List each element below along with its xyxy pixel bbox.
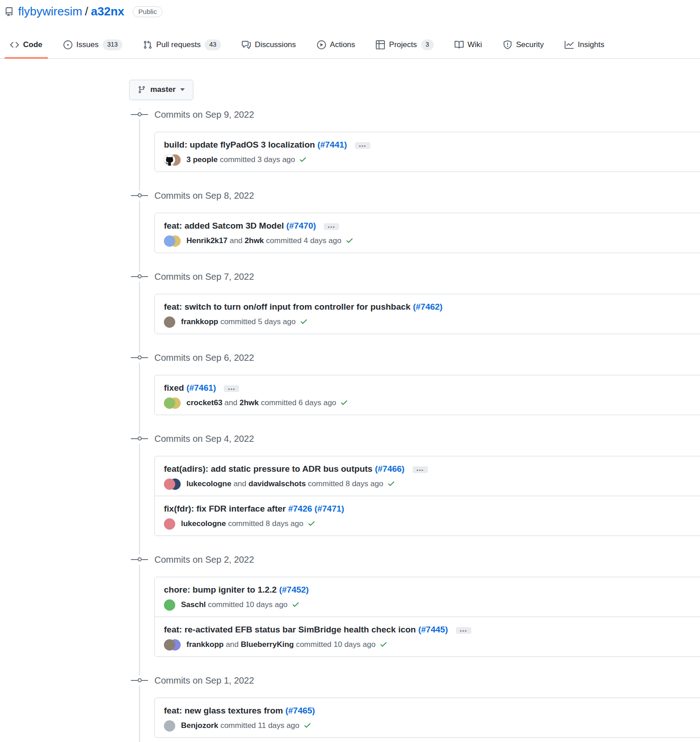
commit-meta: lukecologne committed 8 days ago <box>164 518 698 530</box>
verified-check-icon[interactable] <box>387 479 395 488</box>
tab-security[interactable]: Security <box>497 32 550 58</box>
committer-link[interactable]: lukecologne <box>181 519 226 528</box>
expand-commit-description-button[interactable]: … <box>224 385 239 392</box>
tab-projects[interactable]: Projects 3 <box>369 32 440 58</box>
committer-link[interactable]: frankkopp <box>187 640 224 649</box>
verified-check-icon[interactable] <box>303 721 312 729</box>
avatar[interactable] <box>164 397 175 409</box>
comment-discussion-icon <box>242 40 251 49</box>
commit-message-link[interactable]: feat: re-activated EFB status bar SimBri… <box>164 625 416 634</box>
repo-name-link[interactable]: a32nx <box>91 5 125 18</box>
play-icon <box>317 40 326 49</box>
verified-check-icon[interactable] <box>300 317 308 326</box>
committer-link[interactable]: 2hwk <box>240 398 259 407</box>
committer-link[interactable]: frankkopp <box>181 317 218 326</box>
avatar[interactable] <box>164 235 175 247</box>
avatar[interactable] <box>164 639 175 651</box>
pr-number-link[interactable]: (#7471) <box>315 504 345 513</box>
commit-message-link[interactable]: chore: bump igniter to 1.2.2 <box>164 585 277 594</box>
commit-meta: 3 people committed 3 days ago <box>164 154 698 166</box>
avatar-stack <box>164 518 175 530</box>
committed-ago-text: committed 6 days ago <box>261 398 336 407</box>
pr-number-link[interactable]: (#7445) <box>418 625 448 634</box>
pr-number-link[interactable]: (#7466) <box>375 464 405 474</box>
graph-icon <box>565 40 574 49</box>
commit-card: feat: new glass textures from (#7465) Be… <box>154 698 700 738</box>
avatar[interactable] <box>164 316 175 328</box>
committer-link[interactable]: davidwalschots <box>249 479 306 488</box>
expand-commit-description-button[interactable]: … <box>324 223 339 230</box>
expand-commit-description-button[interactable]: … <box>355 142 370 149</box>
commit-message-link[interactable]: feat: new glass textures from <box>164 706 283 715</box>
repo-icon <box>5 7 14 16</box>
commit-group: Commits on Sep 9, 2022 build: update fly… <box>129 109 700 172</box>
chevron-down-icon <box>180 88 185 91</box>
committer-link[interactable]: BlueberryKing <box>241 640 294 649</box>
commit-message-link[interactable]: build: update flyPadOS 3 localization <box>164 140 315 149</box>
avatar[interactable] <box>164 479 175 490</box>
avatar[interactable] <box>164 518 175 530</box>
tab-actions[interactable]: Actions <box>311 32 362 58</box>
committer-link[interactable]: crocket63 <box>187 398 222 407</box>
committed-ago-text: committed 5 days ago <box>221 317 296 326</box>
committer-link[interactable]: Saschl <box>181 600 206 609</box>
verified-check-icon[interactable] <box>379 640 388 648</box>
and-text: and <box>234 479 246 488</box>
tab-discussions[interactable]: Discussions <box>235 32 302 58</box>
committer-link[interactable]: 2hwk <box>245 236 264 245</box>
commit-message-link[interactable]: fix(fdr): fix FDR interface after <box>164 504 286 513</box>
repo-owner-link[interactable]: flybywiresim <box>18 5 82 18</box>
github-logo-avatar[interactable] <box>164 154 175 166</box>
verified-check-icon[interactable] <box>345 236 354 244</box>
commit-message-link[interactable]: feat(adirs): add static pressure to ADR … <box>164 464 373 474</box>
commit-card: chore: bump igniter to 1.2.2 (#7452) Sas… <box>154 577 700 657</box>
committed-ago-text: committed 11 days ago <box>221 721 300 730</box>
tab-issues[interactable]: Issues 313 <box>57 32 129 58</box>
branch-selector-button[interactable]: master <box>129 80 193 100</box>
pr-number-link[interactable]: (#7452) <box>279 585 309 594</box>
verified-check-icon[interactable] <box>299 155 307 163</box>
timeline-node-icon <box>131 555 148 565</box>
avatar-stack <box>164 235 181 247</box>
tab-insights[interactable]: Insights <box>558 32 611 58</box>
committer-link[interactable]: Henrik2k17 <box>187 236 228 245</box>
pr-number-link[interactable]: (#7441) <box>317 140 347 149</box>
committed-ago-text: committed 8 days ago <box>228 519 303 528</box>
pr-number-link[interactable]: (#7461) <box>187 383 216 393</box>
tab-pull-requests[interactable]: Pull requests 43 <box>137 32 227 58</box>
avatar[interactable] <box>164 720 175 732</box>
verified-check-icon[interactable] <box>292 600 300 608</box>
committer-link[interactable]: Benjozork <box>181 721 218 730</box>
avatar-stack <box>164 720 175 732</box>
tab-code[interactable]: Code <box>4 32 49 58</box>
tab-wiki[interactable]: Wiki <box>448 32 489 58</box>
pr-number-link[interactable]: (#7465) <box>285 706 315 715</box>
expand-commit-description-button[interactable]: … <box>456 627 471 634</box>
commit-meta: crocket63 and 2hwk committed 6 days ago <box>164 397 698 409</box>
verified-check-icon[interactable] <box>340 398 348 407</box>
avatar-stack <box>164 479 181 490</box>
pr-number-link[interactable]: (#7470) <box>286 221 316 230</box>
github-invertocat-icon <box>164 154 175 166</box>
commit-meta: frankkopp and BlueberryKing committed 10… <box>164 639 698 651</box>
commit-meta: Saschl committed 10 days ago <box>164 599 698 611</box>
branch-row: master <box>129 80 700 100</box>
expand-commit-description-button[interactable]: … <box>412 466 428 473</box>
and-text: and <box>225 398 237 407</box>
commit-card: build: update flyPadOS 3 localization (#… <box>154 132 700 172</box>
commit-group: Commits on Sep 4, 2022 feat(adirs): add … <box>129 433 700 536</box>
commit-message-link[interactable]: feat: switch to turn on/off input from c… <box>164 302 411 311</box>
commit-group-heading: Commits on Sep 9, 2022 <box>154 109 700 120</box>
committer-link[interactable]: lukecologne <box>187 479 231 488</box>
timeline-node-icon <box>131 675 148 685</box>
committed-ago-text: committed 10 days ago <box>208 600 288 609</box>
issue-number-link[interactable]: #7426 <box>288 504 312 513</box>
avatar[interactable] <box>164 599 175 611</box>
commit-group-heading: Commits on Sep 4, 2022 <box>154 433 700 444</box>
commit-group: Commits on Sep 2, 2022 chore: bump ignit… <box>129 554 700 657</box>
commit-message-link[interactable]: fixed <box>164 383 184 393</box>
commit-message-link[interactable]: feat: added Satcom 3D Model <box>164 221 284 230</box>
verified-check-icon[interactable] <box>307 519 316 527</box>
committer-link[interactable]: 3 people <box>187 155 218 164</box>
pr-number-link[interactable]: (#7462) <box>413 302 443 311</box>
